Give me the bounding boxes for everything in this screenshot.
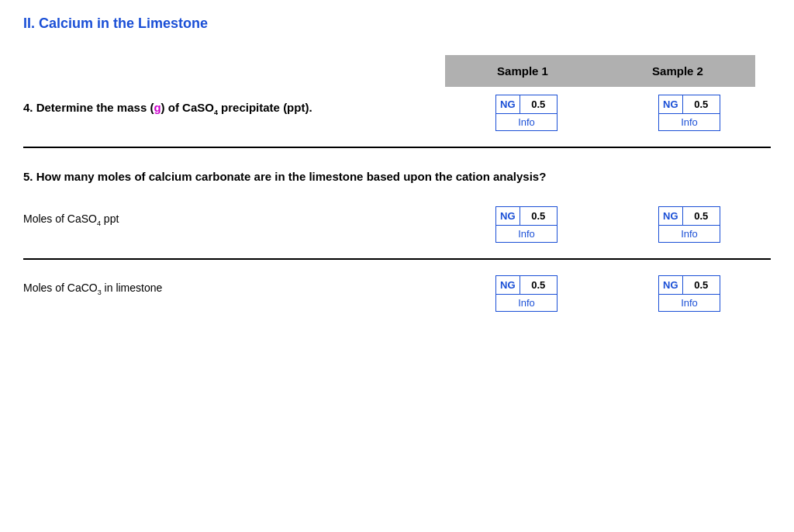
q5-sub1-sample1-ng: NG bbox=[496, 207, 520, 225]
q5-sub2-sample2-box: NG 0.5 Info bbox=[658, 275, 720, 312]
q5-sub2-sample2-ng: NG bbox=[659, 276, 683, 294]
q4-sample1-info[interactable]: Info bbox=[496, 114, 557, 130]
header-cells: Sample 1 Sample 2 bbox=[445, 55, 771, 87]
q4-sample2-info[interactable]: Info bbox=[659, 114, 720, 130]
q4-sample2-value: 0.5 bbox=[683, 95, 720, 113]
sample2-header: Sample 2 bbox=[600, 55, 755, 87]
q4-sample2-box: NG 0.5 Info bbox=[658, 95, 720, 131]
q5-sub1-sample1-box: NG 0.5 Info bbox=[495, 206, 558, 243]
q5-sub1-row: Moles of CaSO4 ppt NG 0.5 Info NG 0.5 bbox=[23, 206, 771, 243]
q5-sub2-sample2-top: NG 0.5 bbox=[659, 276, 720, 295]
q4-sample1-top: NG 0.5 bbox=[496, 95, 557, 114]
q5-sub2-sample1-box: NG 0.5 Info bbox=[495, 275, 558, 312]
q4-sample2-top: NG 0.5 bbox=[659, 95, 720, 114]
q5-sub1-answers: NG 0.5 Info NG 0.5 Info bbox=[445, 206, 771, 243]
q4-sample2-ng: NG bbox=[659, 95, 683, 113]
q4-sample1-box: NG 0.5 Info bbox=[495, 95, 558, 131]
q5-sub2-label: Moles of CaCO3 in limestone bbox=[23, 275, 445, 296]
q5-sub1-sample1-value: 0.5 bbox=[520, 207, 558, 225]
header-row: Sample 1 Sample 2 bbox=[23, 55, 771, 87]
divider-2 bbox=[23, 258, 771, 260]
q5-sub2-sample1-top: NG 0.5 bbox=[496, 276, 557, 295]
q5-sub1-sample2-value: 0.5 bbox=[683, 207, 720, 225]
question-5-section: 5. How many moles of calcium carbonate a… bbox=[23, 164, 771, 312]
question-4-section: 4. Determine the mass (g) of CaSO4 preci… bbox=[23, 95, 771, 131]
q5-sub1-sample1-top: NG 0.5 bbox=[496, 207, 557, 226]
sample1-header: Sample 1 bbox=[445, 55, 600, 87]
question-4-row: 4. Determine the mass (g) of CaSO4 preci… bbox=[23, 95, 771, 131]
highlight-g: g bbox=[154, 101, 161, 114]
q5-sub2-sample1-value: 0.5 bbox=[520, 276, 558, 294]
q5-sub1-label: Moles of CaSO4 ppt bbox=[23, 206, 445, 227]
q5-sub2-sample1-info[interactable]: Info bbox=[496, 295, 557, 311]
divider-1 bbox=[23, 147, 771, 148]
q5-sub2-answers: NG 0.5 Info NG 0.5 Info bbox=[445, 275, 771, 312]
q5-sub2-section: Moles of CaCO3 in limestone NG 0.5 Info … bbox=[23, 275, 771, 312]
q5-sub1-sample1-info[interactable]: Info bbox=[496, 226, 557, 242]
q5-sub1-sample2-top: NG 0.5 bbox=[659, 207, 720, 226]
page-title: II. Calcium in the Limestone bbox=[23, 16, 771, 32]
q5-sub2-row: Moles of CaCO3 in limestone NG 0.5 Info … bbox=[23, 275, 771, 312]
q5-sub1-sample2-info[interactable]: Info bbox=[659, 226, 720, 242]
q5-sub2-sample2-value: 0.5 bbox=[683, 276, 720, 294]
question-4-answers: NG 0.5 Info NG 0.5 Info bbox=[445, 95, 771, 131]
q5-sub1-sample2-ng: NG bbox=[659, 207, 683, 225]
q5-sub1-section: Moles of CaSO4 ppt NG 0.5 Info NG 0.5 bbox=[23, 206, 771, 243]
q5-sub1-sample2-box: NG 0.5 Info bbox=[658, 206, 720, 243]
q5-sub2-sample1-ng: NG bbox=[496, 276, 520, 294]
q4-sample1-ng: NG bbox=[496, 95, 520, 113]
q4-sample1-value: 0.5 bbox=[520, 95, 558, 113]
question-4-label: 4. Determine the mass (g) of CaSO4 preci… bbox=[23, 95, 445, 116]
question-5-label: 5. How many moles of calcium carbonate a… bbox=[23, 164, 771, 183]
q5-sub2-sample2-info[interactable]: Info bbox=[659, 295, 720, 311]
